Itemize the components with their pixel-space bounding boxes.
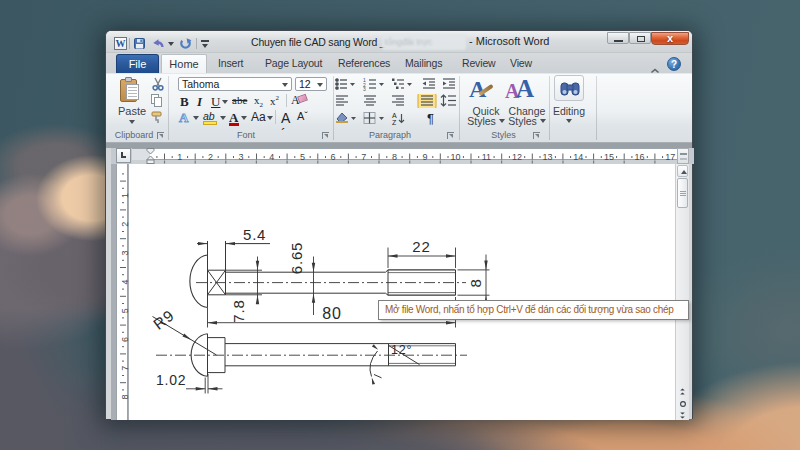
- svg-text:1.02: 1.02: [156, 372, 186, 388]
- svg-text:22: 22: [412, 238, 430, 255]
- svg-text:8: 8: [467, 278, 484, 287]
- svg-text:6.65: 6.65: [288, 242, 305, 274]
- svg-text:5.4: 5.4: [243, 226, 266, 243]
- svg-text:80: 80: [322, 305, 341, 322]
- svg-text:7.8: 7.8: [230, 299, 247, 322]
